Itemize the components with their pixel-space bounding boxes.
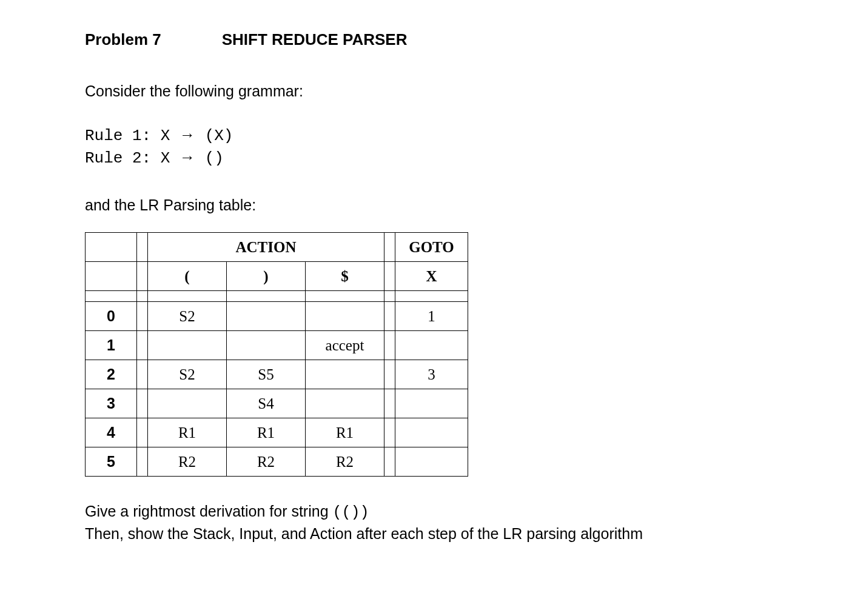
- lr-parsing-table: ACTION GOTO ( ) $ X 0 S2 1 1 accept: [85, 232, 468, 477]
- action-cell: [306, 360, 384, 389]
- question-line-1: Give a rightmost derivation for string (…: [85, 501, 781, 523]
- rule-2: Rule 2: X → (): [85, 147, 781, 169]
- table-row: 1 accept: [86, 331, 468, 360]
- table-header-row-1: ACTION GOTO: [86, 233, 468, 262]
- state-cell: 5: [86, 447, 137, 477]
- action-cell: R2: [227, 447, 306, 477]
- action-cell: [227, 302, 306, 331]
- spacer-cell: [137, 389, 148, 418]
- rule1-suffix: (X): [195, 127, 233, 145]
- action-cell: [148, 389, 227, 418]
- action-cell: S4: [227, 389, 306, 418]
- table-row: 3 S4: [86, 389, 468, 418]
- spacer-cell: [384, 233, 395, 262]
- spacer-cell: [384, 418, 395, 447]
- spacer-cell: [384, 302, 395, 331]
- column-x: X: [395, 262, 468, 291]
- arrow-icon: →: [180, 148, 195, 166]
- action-cell: [227, 331, 306, 360]
- column-dollar: $: [306, 262, 384, 291]
- action-cell: R1: [148, 418, 227, 447]
- table-row: 5 R2 R2 R2: [86, 447, 468, 477]
- problem-label: Problem 7: [85, 30, 161, 49]
- question-text: Give a rightmost derivation for string (…: [85, 501, 781, 544]
- header-blank: [86, 233, 137, 262]
- action-cell: [306, 302, 384, 331]
- header-blank: [86, 262, 137, 291]
- question-string: (()): [333, 504, 369, 521]
- rule2-suffix: (): [195, 149, 224, 167]
- intro-text: Consider the following grammar:: [85, 82, 781, 100]
- arrow-icon: →: [180, 126, 195, 144]
- grammar-rules: Rule 1: X → (X) Rule 2: X → (): [85, 124, 781, 169]
- goto-cell: 1: [395, 302, 468, 331]
- state-cell: 2: [86, 360, 137, 389]
- spacer-cell: [137, 233, 148, 262]
- goto-cell: [395, 389, 468, 418]
- state-cell: 0: [86, 302, 137, 331]
- spacer-row: [86, 291, 468, 302]
- state-cell: 1: [86, 331, 137, 360]
- question-prefix: Give a rightmost derivation for string: [85, 503, 333, 520]
- question-line-2: Then, show the Stack, Input, and Action …: [85, 523, 781, 544]
- action-cell: [148, 331, 227, 360]
- spacer-cell: [137, 302, 148, 331]
- action-cell: S5: [227, 360, 306, 389]
- spacer-cell: [384, 447, 395, 477]
- spacer-cell: [137, 418, 148, 447]
- spacer-cell: [384, 262, 395, 291]
- spacer-cell: [137, 360, 148, 389]
- action-cell: [306, 389, 384, 418]
- spacer-cell: [384, 331, 395, 360]
- spacer-cell: [137, 331, 148, 360]
- header-row: Problem 7 SHIFT REDUCE PARSER: [85, 30, 781, 49]
- spacer-cell: [137, 447, 148, 477]
- goto-cell: [395, 331, 468, 360]
- action-cell: S2: [148, 360, 227, 389]
- column-lparen: (: [148, 262, 227, 291]
- table-label: and the LR Parsing table:: [85, 196, 781, 214]
- goto-cell: [395, 447, 468, 477]
- spacer-cell: [384, 360, 395, 389]
- rule2-prefix: Rule 2: X: [85, 149, 180, 167]
- action-cell: R1: [227, 418, 306, 447]
- column-rparen: ): [227, 262, 306, 291]
- action-cell: R1: [306, 418, 384, 447]
- rule1-prefix: Rule 1: X: [85, 127, 180, 145]
- action-header: ACTION: [148, 233, 384, 262]
- table-row: 0 S2 1: [86, 302, 468, 331]
- goto-header: GOTO: [395, 233, 468, 262]
- state-cell: 4: [86, 418, 137, 447]
- action-cell: S2: [148, 302, 227, 331]
- rule-1: Rule 1: X → (X): [85, 124, 781, 147]
- state-cell: 3: [86, 389, 137, 418]
- page-title: SHIFT REDUCE PARSER: [222, 30, 408, 49]
- spacer-cell: [384, 389, 395, 418]
- action-cell: accept: [306, 331, 384, 360]
- table-row: 2 S2 S5 3: [86, 360, 468, 389]
- spacer-cell: [137, 262, 148, 291]
- action-cell: R2: [148, 447, 227, 477]
- goto-cell: [395, 418, 468, 447]
- goto-cell: 3: [395, 360, 468, 389]
- table-row: 4 R1 R1 R1: [86, 418, 468, 447]
- action-cell: R2: [306, 447, 384, 477]
- table-header-row-2: ( ) $ X: [86, 262, 468, 291]
